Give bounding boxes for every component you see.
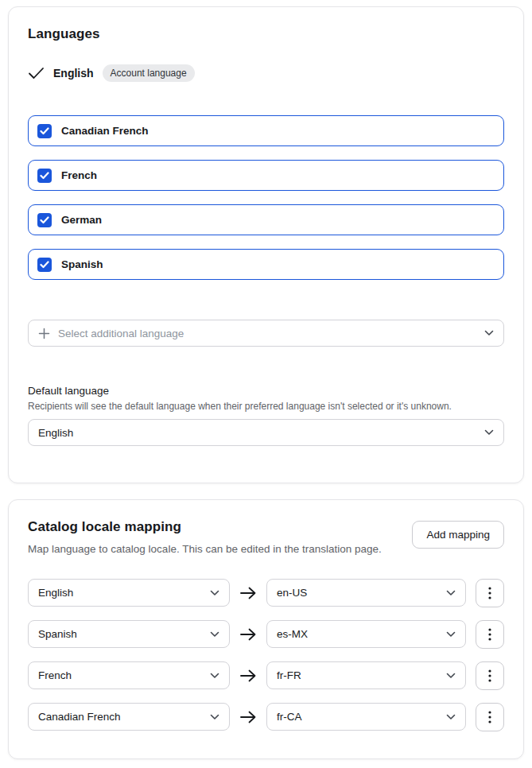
checkbox-check-icon (40, 261, 49, 269)
locale-select[interactable]: es-MX (266, 620, 466, 648)
language-select[interactable]: English (28, 579, 230, 607)
chevron-down-icon (210, 673, 219, 679)
mapping-row-spanish: Spanish es-MX (28, 620, 504, 649)
chevron-down-icon (446, 590, 456, 596)
language-select[interactable]: French (28, 661, 230, 689)
default-language-value: English (38, 427, 73, 439)
default-language-description: Recipients will see the default language… (28, 401, 504, 412)
language-option-canadian-french[interactable]: Canadian French (28, 115, 504, 146)
chevron-down-icon (446, 714, 456, 720)
mappings-list: English en-US Spanish es-MX (28, 579, 504, 731)
languages-title: Languages (28, 26, 504, 42)
checkbox-checked[interactable] (37, 124, 52, 138)
account-language-badge: Account language (103, 64, 195, 82)
kebab-icon (488, 669, 491, 682)
checkbox-check-icon (40, 172, 49, 180)
locale-select-value: en-US (277, 587, 307, 599)
selected-languages-list: Canadian French French German Spanish (28, 115, 504, 280)
languages-card: Languages English Account language Canad… (8, 6, 524, 483)
chevron-down-icon (210, 631, 219, 638)
chevron-down-icon (210, 590, 219, 596)
kebab-icon (488, 587, 491, 599)
kebab-menu-button[interactable] (476, 703, 504, 731)
chevron-down-icon (484, 330, 494, 336)
chevron-down-icon (446, 631, 456, 638)
language-option-german[interactable]: German (28, 204, 504, 235)
chevron-down-icon (446, 673, 456, 679)
language-select-value: Spanish (38, 628, 77, 640)
checkbox-check-icon (40, 127, 49, 135)
additional-language-select[interactable]: Select additional language (28, 320, 504, 347)
language-select-value: Canadian French (38, 711, 121, 723)
locale-select[interactable]: en-US (266, 579, 466, 607)
language-select[interactable]: Spanish (28, 620, 230, 648)
chevron-down-icon (210, 714, 219, 720)
locale-select-value: es-MX (277, 628, 308, 640)
mapping-row-french: French fr-FR (28, 661, 504, 690)
checkbox-checked[interactable] (37, 169, 52, 183)
language-option-french[interactable]: French (28, 160, 504, 191)
add-mapping-button[interactable]: Add mapping (412, 521, 504, 549)
language-option-label: Canadian French (61, 125, 149, 137)
language-select[interactable]: Canadian French (28, 703, 230, 731)
checkbox-check-icon (40, 216, 49, 224)
kebab-menu-button[interactable] (476, 661, 504, 690)
kebab-menu-button[interactable] (476, 620, 504, 649)
account-language-row: English Account language (28, 64, 504, 82)
language-select-value: English (38, 587, 73, 599)
arrow-right-icon (239, 669, 257, 682)
language-option-spanish[interactable]: Spanish (28, 249, 504, 280)
language-option-label: Spanish (61, 258, 103, 270)
language-select-value: French (38, 669, 72, 681)
checkbox-checked[interactable] (37, 258, 52, 272)
arrow-right-icon (239, 587, 257, 599)
locale-select-value: fr-FR (277, 669, 301, 681)
default-language-section: Default language Recipients will see the… (28, 385, 504, 446)
account-language-name: English (53, 67, 94, 80)
default-language-label: Default language (28, 385, 504, 397)
mapping-row-canadian-french: Canadian French fr-CA (28, 703, 504, 731)
check-icon (28, 67, 45, 80)
catalog-header: Catalog locale mapping Map language to c… (28, 519, 504, 558)
locale-select[interactable]: fr-CA (266, 703, 466, 731)
locale-select-value: fr-CA (277, 711, 302, 723)
default-language-select[interactable]: English (28, 419, 504, 446)
additional-language-placeholder: Select additional language (58, 328, 184, 339)
chevron-down-icon (484, 429, 494, 436)
kebab-icon (488, 711, 491, 723)
locale-select[interactable]: fr-FR (266, 661, 466, 689)
checkbox-checked[interactable] (37, 213, 52, 227)
arrow-right-icon (239, 628, 257, 641)
arrow-right-icon (239, 711, 257, 723)
catalog-description: Map language to catalog locale. This can… (28, 541, 382, 558)
catalog-locale-mapping-card: Catalog locale mapping Map language to c… (8, 499, 524, 759)
kebab-icon (488, 628, 491, 641)
catalog-title: Catalog locale mapping (28, 519, 382, 535)
mapping-row-english: English en-US (28, 579, 504, 607)
language-option-label: German (61, 214, 102, 226)
kebab-menu-button[interactable] (476, 579, 504, 607)
plus-icon (38, 328, 50, 339)
language-option-label: French (61, 169, 97, 181)
